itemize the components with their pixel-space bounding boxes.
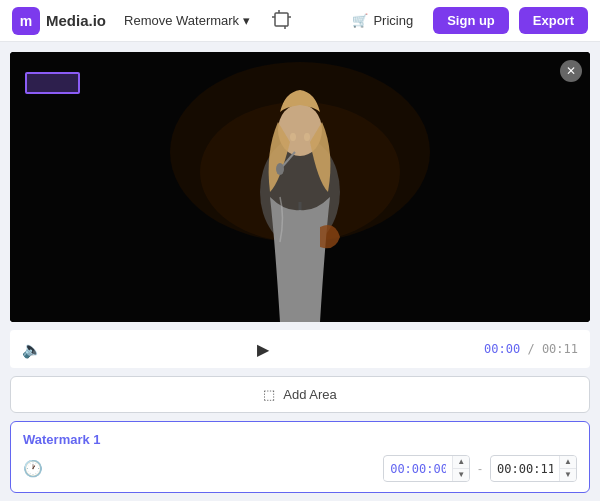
add-area-label: Add Area (283, 387, 337, 402)
svg-rect-0 (275, 13, 288, 26)
pricing-button[interactable]: 🛒 Pricing (342, 8, 423, 33)
start-time-decrement[interactable]: ▼ (453, 469, 469, 481)
time-separator: / (520, 342, 542, 356)
end-time-input[interactable] (491, 458, 559, 480)
logo-text: Media.io (46, 12, 106, 29)
start-time-increment[interactable]: ▲ (453, 456, 469, 469)
start-time-spinner: ▲ ▼ (452, 456, 469, 481)
volume-icon[interactable]: 🔈 (22, 340, 42, 359)
play-icon: ▶ (257, 341, 269, 358)
close-video-button[interactable]: ✕ (560, 60, 582, 82)
close-icon: ✕ (566, 64, 576, 78)
video-background (10, 52, 590, 322)
svg-point-12 (304, 133, 310, 141)
end-time-spinner: ▲ ▼ (559, 456, 576, 481)
concert-image (10, 52, 590, 322)
crop-icon (272, 10, 294, 32)
remove-watermark-label: Remove Watermark (124, 13, 239, 28)
playback-controls: 🔈 ▶ 00:00 / 00:11 (10, 330, 590, 368)
signup-button[interactable]: Sign up (433, 7, 509, 34)
start-time-input[interactable] (384, 458, 452, 480)
svg-point-14 (276, 163, 284, 175)
pricing-label: Pricing (373, 13, 413, 28)
signup-label: Sign up (447, 13, 495, 28)
end-time-increment[interactable]: ▲ (560, 456, 576, 469)
watermark-title-text: Watermark (23, 432, 90, 447)
play-button[interactable]: ▶ (251, 340, 275, 359)
watermark-index: 1 (93, 432, 100, 447)
watermark-item: Watermark 1 🕐 ▲ ▼ - (10, 421, 590, 493)
time-range-separator: - (478, 462, 482, 476)
remove-watermark-button[interactable]: Remove Watermark ▾ (116, 9, 258, 32)
watermark-time-controls: 🕐 ▲ ▼ - ▲ ▼ (23, 455, 577, 482)
start-time-group: ▲ ▼ (383, 455, 470, 482)
video-player: ✕ (10, 52, 590, 322)
main-content: ✕ 🔈 ▶ 00:00 / 00:11 ⬚ Add Area Watermark… (0, 42, 600, 501)
clock-icon: 🕐 (23, 459, 43, 478)
end-time-input-box: ▲ ▼ (490, 455, 577, 482)
export-label: Export (533, 13, 574, 28)
logo-icon: m (12, 7, 40, 35)
current-time: 00:00 (484, 342, 520, 356)
start-time-input-box: ▲ ▼ (383, 455, 470, 482)
cart-icon: 🛒 (352, 13, 368, 28)
crop-icon-button[interactable] (268, 6, 298, 36)
header: m Media.io Remove Watermark ▾ 🛒 Pricing … (0, 0, 600, 42)
end-time-decrement[interactable]: ▼ (560, 469, 576, 481)
end-time-group: ▲ ▼ (490, 455, 577, 482)
selection-icon: ⬚ (263, 387, 275, 402)
logo: m Media.io (12, 7, 106, 35)
add-area-button[interactable]: ⬚ Add Area (10, 376, 590, 413)
watermark-selection-box[interactable] (25, 72, 80, 94)
total-time: 00:11 (542, 342, 578, 356)
chevron-down-icon: ▾ (243, 13, 250, 28)
svg-point-11 (290, 133, 296, 141)
watermark-title: Watermark 1 (23, 432, 577, 447)
export-button[interactable]: Export (519, 7, 588, 34)
